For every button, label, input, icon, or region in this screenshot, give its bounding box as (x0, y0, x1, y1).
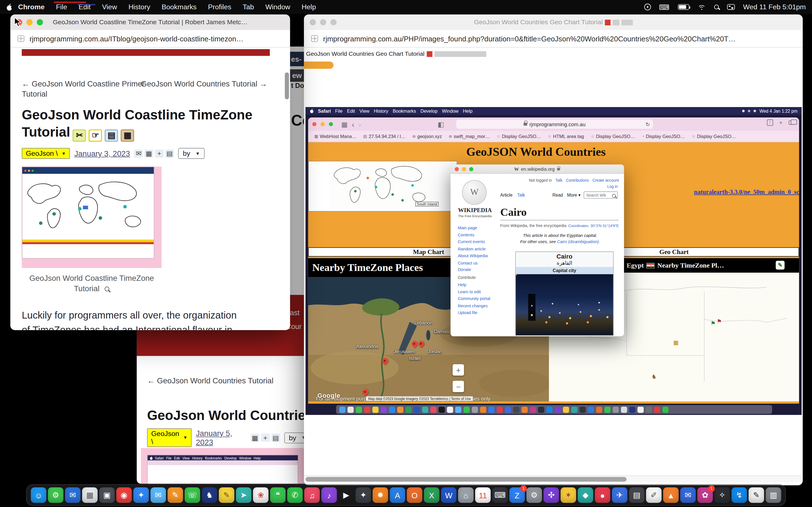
menu-item[interactable]: Window (260, 3, 296, 11)
dock-app-icon[interactable]: ✦ (133, 487, 149, 503)
dock-app-icon[interactable]: ▤ (629, 487, 645, 503)
wiki-user-link[interactable]: Create account (592, 178, 619, 183)
wikipedia-wordmark[interactable]: WIKIPEDIA (451, 207, 499, 213)
menu-item[interactable]: Bookmarks (156, 3, 202, 11)
dock-app-icon[interactable]: ⚙ (526, 487, 542, 503)
dock-app-icon[interactable]: ▲ (663, 487, 679, 503)
meta-icon[interactable]: ▤ (271, 434, 280, 442)
battery-icon[interactable] (678, 4, 689, 10)
close-button[interactable] (310, 19, 316, 25)
dock-app-icon[interactable]: 11 (475, 487, 491, 503)
wiki-user-link[interactable]: Contributions (566, 178, 589, 183)
wiki-sidebar-link[interactable]: Learn to edit (458, 290, 490, 294)
browser-window-coastline[interactable]: × GeoJson World Coastline TimeZone Tutor… (10, 14, 290, 330)
dock-app-icon[interactable]: ✧ (714, 487, 730, 503)
tab-read[interactable]: Read (552, 192, 563, 198)
magnifier-icon[interactable] (105, 287, 110, 291)
prev-post-link[interactable]: ← GeoJson World Countries Tutorial (147, 376, 273, 386)
meta-icon[interactable]: ▦ (145, 149, 153, 158)
dock-app-icon[interactable]: ⚙ (48, 487, 63, 503)
apple-logo-icon[interactable] (6, 3, 12, 11)
dock-app-icon[interactable]: ⌨ (492, 487, 508, 503)
tab-article[interactable]: Article (500, 192, 512, 198)
dock-app-icon[interactable]: ▣ (99, 487, 115, 503)
dock-app-icon[interactable]: ✹ (373, 487, 388, 503)
category-dropdown[interactable]: GeoJson \▼ (147, 429, 192, 447)
zoom-button[interactable] (37, 19, 43, 25)
wiki-user-link[interactable]: Talk (555, 178, 562, 183)
dock-app-icon[interactable]: ↯ (731, 487, 747, 503)
author-dropdown[interactable]: by▼ (178, 148, 205, 159)
zoom-button[interactable] (331, 19, 337, 25)
post-date-link[interactable]: January 3, 2023 (74, 149, 130, 158)
title-badge-icon[interactable]: ▦ (121, 129, 135, 142)
disambiguation-link[interactable]: Cairo (disambiguation). (557, 239, 600, 244)
horizontal-scrollbar[interactable] (304, 475, 802, 482)
dock-app-icon[interactable]: ✎ (167, 487, 183, 503)
title-badge-icon[interactable]: ☞ (89, 129, 102, 142)
url-text[interactable]: rjmprogramming.com.au/PHP/images_found.p… (323, 34, 735, 43)
edit-note-icon[interactable]: ✎ (776, 261, 784, 270)
wiki-sidebar-link[interactable]: Recent changes (458, 303, 490, 308)
dock-app-icon[interactable]: ✈ (612, 487, 627, 503)
dock-app-icon[interactable]: ❀ (253, 487, 268, 503)
wiki-sidebar-link[interactable]: Community portal (458, 296, 490, 301)
tab-groups-icon[interactable] (17, 35, 24, 42)
dock-app-icon[interactable]: ♫ (304, 487, 320, 503)
dock-app-icon[interactable]: ◆ (578, 487, 593, 503)
dock-app-icon[interactable]: X (424, 487, 439, 503)
post-date-link[interactable]: January 5, 2023 (196, 429, 246, 446)
dock-app-icon[interactable]: ➤ (236, 487, 252, 503)
dock-app-icon[interactable]: ✆ (287, 487, 303, 503)
control-center-icon[interactable] (727, 4, 735, 10)
close-button[interactable] (455, 167, 459, 171)
dock-app-icon[interactable]: Z 1 (509, 487, 525, 503)
wiki-user-link[interactable]: Not logged in (529, 178, 552, 183)
wikipedia-globe-logo[interactable]: W (462, 180, 487, 205)
wiki-sidebar-link[interactable]: Upload file (458, 311, 490, 315)
embedded-screenshot[interactable]: Safari File Edit View History Bookmarks … (306, 107, 802, 415)
minimize-button[interactable] (462, 167, 466, 171)
dock-app-icon[interactable]: ▦ (82, 487, 98, 503)
cairo-night-photo[interactable] (516, 274, 613, 335)
menu-item[interactable]: File (50, 3, 73, 11)
next-post-link[interactable]: GeoJson World Countries Tutorial → (141, 78, 267, 89)
scrollbar-thumb[interactable] (285, 72, 289, 100)
active-app-name[interactable]: Chrome (12, 3, 50, 11)
wikipedia-popup-window[interactable]: W en.wikipedia.org W WIKIPEDIA The Free … (451, 165, 624, 336)
zoom-button[interactable] (469, 167, 473, 171)
dock-app-icon[interactable]: ✶ (560, 487, 576, 503)
wiki-sidebar-link[interactable]: Help (458, 283, 490, 287)
dock-app-icon[interactable]: O (407, 487, 422, 503)
wiki-sidebar-link[interactable]: Current events (458, 239, 488, 244)
meta-icon[interactable]: ▤ (165, 149, 174, 158)
zoom-in-button[interactable]: + (453, 364, 464, 376)
category-dropdown[interactable]: GeoJson \▼ (22, 148, 70, 159)
post-figure[interactable] (22, 166, 161, 268)
menu-item[interactable]: History (123, 3, 156, 11)
meta-icon[interactable]: + (155, 149, 163, 158)
prev-post-link[interactable]: ← GeoJson World Coastline Primer Tutoria… (22, 78, 145, 100)
dock-app-icon[interactable]: ✦ (356, 487, 371, 503)
scrollbar-thumb[interactable] (306, 477, 627, 482)
title-badge-icon[interactable]: ▤ (105, 129, 118, 142)
meta-icon[interactable]: ▦ (251, 434, 259, 442)
search-icon[interactable] (612, 194, 616, 198)
dock-app-icon[interactable]: ● (595, 487, 610, 503)
title-badge-icon[interactable]: ✂ (73, 129, 86, 142)
popup-titlebar[interactable]: W en.wikipedia.org (451, 165, 624, 174)
keyboard-icon[interactable]: ⌨ (659, 3, 670, 11)
dock-app-icon[interactable]: ♞ (202, 487, 217, 503)
meta-icon[interactable]: ✉ (134, 149, 143, 158)
dock-app-icon[interactable]: ✐ (646, 487, 661, 503)
dock-app-icon[interactable]: ☏ (185, 487, 200, 503)
page-options-icon[interactable] (311, 35, 318, 42)
dock-app-icon[interactable]: ▥ (766, 487, 781, 503)
dock-app-icon[interactable]: ◉ (116, 487, 132, 503)
menu-item[interactable]: View (96, 3, 123, 11)
menu-item[interactable]: Profiles (202, 3, 237, 11)
dock-app-icon[interactable]: ✎ (219, 487, 234, 503)
wiki-sidebar-link[interactable]: About Wikipedia (458, 253, 488, 258)
logi-options-icon[interactable] (644, 4, 651, 10)
menu-item[interactable]: Help (296, 3, 322, 11)
